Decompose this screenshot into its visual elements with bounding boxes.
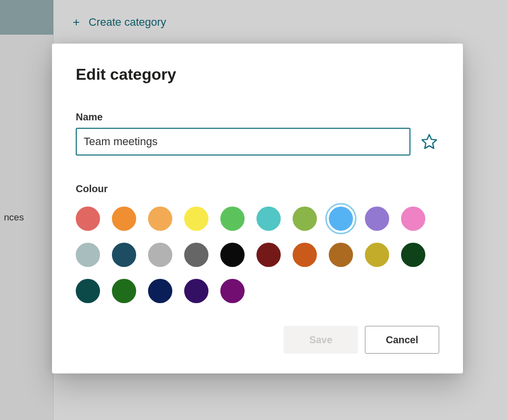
colour-swatches — [76, 207, 439, 303]
save-button[interactable]: Save — [284, 326, 358, 354]
colour-swatch-blue[interactable] — [329, 207, 353, 231]
colour-swatch-dark-grey[interactable] — [184, 243, 208, 267]
colour-swatch-pink[interactable] — [401, 207, 425, 231]
favorite-button[interactable] — [419, 132, 439, 152]
colour-swatch-orange[interactable] — [112, 207, 136, 231]
colour-swatch-teal[interactable] — [256, 207, 281, 231]
colour-swatch-green[interactable] — [220, 207, 245, 231]
colour-swatch-dark-blue[interactable] — [148, 279, 172, 303]
colour-swatch-olive[interactable] — [293, 207, 317, 231]
dialog-actions: Save Cancel — [76, 326, 439, 354]
colour-swatch-dark-red[interactable] — [256, 243, 281, 267]
colour-swatch-red[interactable] — [76, 207, 100, 231]
colour-swatch-dark-steel[interactable] — [112, 243, 136, 267]
colour-swatch-brown[interactable] — [329, 243, 353, 267]
colour-label: Colour — [76, 183, 439, 195]
colour-swatch-dark-purple[interactable] — [184, 279, 208, 303]
star-icon — [420, 133, 438, 151]
colour-swatch-dark-green[interactable] — [401, 243, 425, 267]
cancel-button[interactable]: Cancel — [365, 326, 439, 354]
colour-swatch-grey[interactable] — [148, 243, 172, 267]
colour-swatch-dark-teal[interactable] — [76, 279, 100, 303]
colour-swatch-dark-yellow[interactable] — [365, 243, 389, 267]
colour-swatch-dark-olive[interactable] — [112, 279, 136, 303]
colour-swatch-purple[interactable] — [365, 207, 389, 231]
dialog-title: Edit category — [76, 65, 439, 84]
colour-swatch-dark-orange[interactable] — [293, 243, 317, 267]
colour-swatch-yellow[interactable] — [184, 207, 208, 231]
category-name-input[interactable] — [76, 128, 410, 156]
colour-swatch-dark-pink[interactable] — [220, 279, 245, 303]
colour-swatch-peach[interactable] — [148, 207, 172, 231]
name-label: Name — [76, 111, 439, 123]
edit-category-dialog: Edit category Name Colour Save Cancel — [52, 44, 463, 373]
colour-swatch-black[interactable] — [220, 243, 245, 267]
colour-swatch-steel[interactable] — [76, 243, 100, 267]
